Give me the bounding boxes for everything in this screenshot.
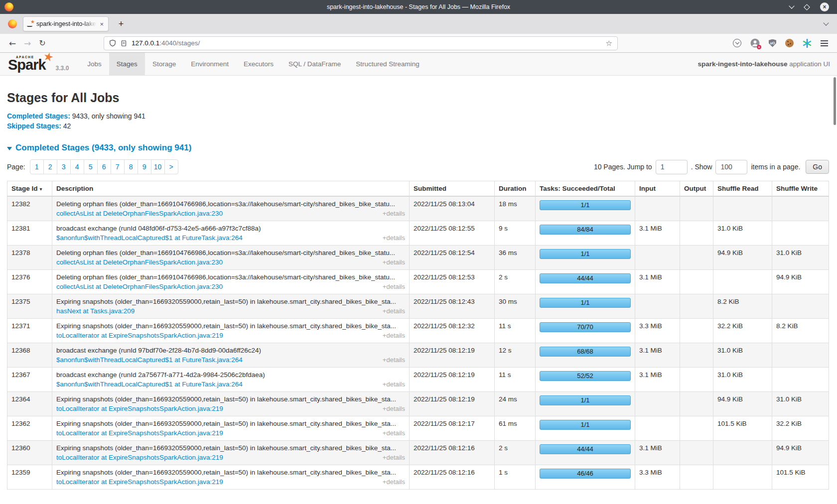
nav-tab-sql-dataframe[interactable]: SQL / DataFrame [281,53,348,76]
shuffle-read-size: 94.9 KiB [717,249,768,256]
page-button-10[interactable]: 10 [151,159,165,174]
url-bar[interactable]: 127.0.0.1:4040/stages/ ☆ [104,36,618,50]
details-toggle[interactable]: +details [383,234,405,242]
column-header-input[interactable]: Input [635,181,680,197]
duration: 11 s [499,322,531,330]
page-button-2[interactable]: 2 [43,159,57,174]
details-toggle[interactable]: +details [383,380,405,388]
stage-detail-link[interactable]: collectAsList at DeleteOrphanFilesSparkA… [56,283,223,290]
stage-detail-link[interactable]: $anonfun$withThreadLocalCaptured$1 at Fu… [56,380,243,388]
stage-detail-link[interactable]: toLocalIterator at ExpireSnapshotsSparkA… [56,454,223,461]
stage-id-cell: 12367 [7,368,52,392]
output-cell [680,441,713,465]
page-button-9[interactable]: 9 [138,159,151,174]
column-header-duration[interactable]: Duration [495,181,536,197]
column-header-tasks-succeeded-total[interactable]: Tasks: Succeeded/Total [536,181,635,197]
nav-tab-executors[interactable]: Executors [236,53,281,76]
account-icon[interactable]: × [750,38,760,48]
page-button-3[interactable]: 3 [57,159,71,174]
skipped-stages-link[interactable]: Skipped Stages: [7,122,61,130]
completed-stages-section-header[interactable]: Completed Stages (9433, only showing 941… [7,143,829,153]
stage-detail-link[interactable]: toLocalIterator at ExpireSnapshotsSparkA… [56,332,223,339]
column-header-shuffle-read[interactable]: Shuffle Read [713,181,772,197]
details-toggle[interactable]: +details [383,454,405,461]
ublock-shield-icon[interactable]: uO [769,39,776,47]
stage-detail-link[interactable]: toLocalIterator at ExpireSnapshotsSparkA… [56,429,223,437]
column-label: Description [56,185,93,192]
details-toggle[interactable]: +details [383,258,405,266]
page-next-button[interactable]: > [164,159,178,174]
details-toggle[interactable]: +details [383,429,405,437]
submitted-cell: 2022/11/25 08:12:17 [410,416,495,441]
page-button-7[interactable]: 7 [111,159,125,174]
details-toggle[interactable]: +details [383,283,405,290]
nav-tab-jobs[interactable]: Jobs [80,53,109,76]
output-cell [680,294,713,319]
details-toggle[interactable]: +details [383,307,405,315]
browser-tab[interactable]: ★ spark-ingest-into-lakehous × [23,16,109,31]
page-button-4[interactable]: 4 [70,159,84,174]
window-minimize-icon[interactable] [789,3,794,8]
stage-detail-link[interactable]: hasNext at Tasks.java:209 [56,307,135,315]
new-tab-button[interactable]: + [115,19,128,29]
page-button-5[interactable]: 5 [84,159,98,174]
output-cell [680,465,713,490]
details-toggle[interactable]: +details [383,356,405,364]
column-header-submitted[interactable]: Submitted [410,181,495,197]
shuffle-read-size: 31.0 KiB [717,371,768,378]
firefox-view-button[interactable] [5,16,20,31]
nav-tab-environment[interactable]: Environment [183,53,236,76]
window-maximize-icon[interactable] [804,4,810,10]
page-button-1[interactable]: 1 [30,159,44,174]
scrollbar-thumb[interactable] [834,77,836,125]
page-info-icon[interactable] [121,40,127,47]
column-header-output[interactable]: Output [680,181,713,197]
spark-nav: JobsStagesStorageEnvironmentExecutorsSQL… [80,53,427,75]
pocket-icon[interactable] [733,39,741,47]
nav-tab-storage[interactable]: Storage [145,53,183,76]
page-button-6[interactable]: 6 [97,159,111,174]
table-row: 12364Expiring snapshots (older_than=1669… [7,392,829,416]
details-toggle[interactable]: +details [383,332,405,339]
shield-icon[interactable] [109,39,116,47]
page-button-8[interactable]: 8 [124,159,138,174]
details-toggle[interactable]: +details [383,405,405,412]
stage-detail-link[interactable]: $anonfun$withThreadLocalCaptured$1 at Fu… [56,234,243,242]
stage-detail-link[interactable]: toLocalIterator at ExpireSnapshotsSparkA… [56,478,223,486]
duration: 12 s [499,347,531,354]
column-label: Shuffle Read [717,185,759,192]
duration: 18 ms [499,200,531,208]
menu-hamburger-icon[interactable] [821,40,828,46]
forward-button[interactable]: → [20,36,35,51]
input-cell: 3.1 MiB [635,368,680,392]
go-button[interactable]: Go [806,160,829,174]
bookmark-star-icon[interactable]: ☆ [606,39,612,48]
stage-detail-link[interactable]: $anonfun$withThreadLocalCaptured$1 at Fu… [56,356,243,364]
extension-asterisk-icon[interactable] [803,39,812,48]
details-toggle[interactable]: +details [383,210,405,217]
nav-tab-structured-streaming[interactable]: Structured Streaming [348,53,427,76]
jump-to-page-input[interactable] [656,160,688,174]
cookie-icon[interactable] [785,39,794,47]
items-per-page-input[interactable] [715,160,747,174]
stage-detail-link[interactable]: collectAsList at DeleteOrphanFilesSparkA… [56,258,223,266]
column-header-stage-id[interactable]: Stage Id▾ [7,181,52,197]
list-tabs-icon[interactable] [824,23,828,25]
back-button[interactable]: ← [5,36,20,51]
table-row: 12367broadcast exchange (runId 2a75677f-… [7,368,829,392]
details-toggle[interactable]: +details [383,478,405,486]
spark-logo[interactable]: APACHE Spark ★ [7,53,55,75]
stage-detail-link[interactable]: collectAsList at DeleteOrphanFilesSparkA… [56,210,223,217]
reload-button[interactable]: ↻ [35,36,50,51]
nav-tab-stages[interactable]: Stages [109,53,145,76]
input-size: 3.1 MiB [639,347,676,354]
column-label: Input [639,185,656,192]
completed-stages-link[interactable]: Completed Stages: [7,112,70,120]
column-header-description[interactable]: Description [52,181,410,197]
tasks-progress-bar: 70/70 [540,322,631,332]
tab-close-icon[interactable]: × [99,20,105,28]
window-close-icon[interactable]: × [820,2,829,11]
url-text[interactable]: 127.0.0.1:4040/stages/ [132,39,601,47]
column-header-shuffle-write[interactable]: Shuffle Write [772,181,829,197]
stage-detail-link[interactable]: toLocalIterator at ExpireSnapshotsSparkA… [56,405,223,412]
